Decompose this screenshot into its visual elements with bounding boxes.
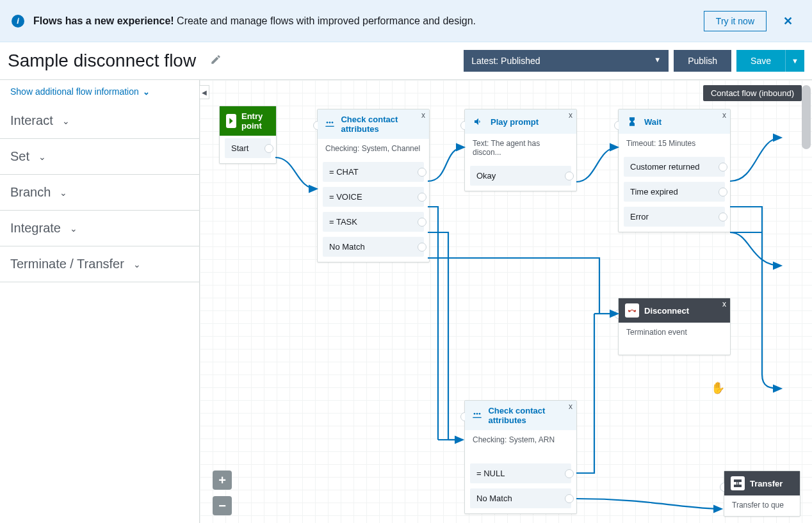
canvas-scrollbar[interactable]: [802, 85, 811, 149]
node-title: Check contact attributes: [341, 115, 423, 134]
try-it-now-button[interactable]: Try it now: [704, 11, 767, 31]
save-button[interactable]: Save: [736, 50, 785, 72]
output-port[interactable]: [565, 469, 574, 478]
output-port[interactable]: [264, 144, 273, 153]
output-port[interactable]: [418, 243, 426, 252]
speaker-icon: [471, 115, 485, 129]
chevron-down-icon: ⌄: [62, 116, 70, 126]
hourglass-icon: [625, 115, 639, 129]
close-icon[interactable]: x: [421, 111, 425, 120]
svg-point-5: [479, 413, 481, 415]
version-dropdown[interactable]: Latest: Published: [464, 50, 669, 72]
output-port[interactable]: [418, 168, 426, 177]
sidebar-item-terminate-transfer[interactable]: Terminate / Transfer⌄: [0, 246, 199, 282]
page-title: Sample disconnect flow: [8, 51, 196, 71]
node-title: Wait: [644, 117, 662, 127]
save-dropdown-button[interactable]: ▼: [785, 50, 804, 72]
close-icon[interactable]: x: [722, 300, 726, 309]
node-title: Disconnect: [644, 306, 689, 316]
node-title: Play prompt: [491, 117, 539, 127]
svg-point-1: [329, 122, 331, 124]
svg-point-4: [476, 413, 478, 415]
output-time-expired[interactable]: Time expired: [624, 182, 725, 202]
zoom-in-button[interactable]: +: [213, 471, 232, 490]
sidebar-item-set[interactable]: Set⌄: [0, 139, 199, 175]
banner-text: Flows has a new experience! Create and m…: [33, 15, 476, 27]
sidebar-item-integrate[interactable]: Integrate⌄: [0, 211, 199, 246]
node-title: Check contact attributes: [488, 406, 570, 425]
node-desc: Text: The agent has discon...: [465, 134, 576, 163]
phone-hangup-icon: [625, 303, 639, 318]
output-port[interactable]: [719, 213, 727, 221]
block-palette-sidebar: Show additional flow information⌄ Intera…: [0, 80, 200, 523]
node-entry-point[interactable]: Entry point Start: [219, 106, 277, 164]
chevron-down-icon: ⌄: [133, 259, 141, 270]
zoom-controls: + −: [213, 471, 232, 515]
flow-type-badge: Contact flow (inbound): [703, 85, 802, 101]
close-icon[interactable]: ✕: [775, 14, 800, 28]
output-chat[interactable]: = CHAT: [323, 162, 424, 182]
svg-point-3: [474, 413, 476, 415]
new-experience-banner: i Flows has a new experience! Create and…: [0, 0, 812, 42]
close-icon[interactable]: x: [569, 111, 572, 120]
node-desc: Checking: System, Channel: [318, 139, 429, 159]
node-desc: Checking: System, ARN: [465, 430, 576, 461]
transfer-icon: [731, 476, 745, 490]
output-port[interactable]: [719, 163, 727, 172]
node-transfer[interactable]: Transfer Transfer to que: [724, 471, 800, 517]
arrow-right-icon: [226, 114, 236, 128]
node-desc: Timeout: 15 Minutes: [619, 134, 730, 154]
info-icon: i: [12, 15, 24, 28]
sidebar-item-branch[interactable]: Branch⌄: [0, 175, 199, 211]
sidebar-collapse-handle[interactable]: ◀: [199, 85, 209, 99]
output-port[interactable]: [719, 188, 727, 197]
output-no-match[interactable]: No Match: [323, 237, 424, 257]
node-disconnect[interactable]: Disconnect x Termination event: [618, 298, 731, 355]
output-voice[interactable]: = VOICE: [323, 187, 424, 207]
close-icon[interactable]: x: [569, 402, 572, 411]
output-port[interactable]: [418, 218, 426, 227]
output-null[interactable]: = NULL: [470, 463, 571, 483]
pencil-icon[interactable]: [210, 54, 222, 68]
output-okay[interactable]: Okay: [470, 166, 571, 186]
output-task[interactable]: = TASK: [323, 212, 424, 232]
output-no-match[interactable]: No Match: [470, 488, 571, 508]
svg-point-2: [332, 122, 334, 124]
node-check-contact-attributes-2[interactable]: Check contact attributes x Checking: Sys…: [464, 400, 577, 514]
node-wait[interactable]: Wait x Timeout: 15 Minutes Customer retu…: [618, 109, 731, 232]
sidebar-item-interact[interactable]: Interact⌄: [0, 103, 199, 139]
node-title: Transfer: [750, 479, 783, 488]
show-flow-info-toggle[interactable]: Show additional flow information⌄: [0, 80, 199, 103]
node-desc: Transfer to que: [724, 495, 800, 516]
zoom-out-button[interactable]: −: [213, 496, 232, 515]
output-error[interactable]: Error: [624, 207, 725, 227]
node-title: Entry point: [241, 111, 270, 131]
node-play-prompt[interactable]: Play prompt x Text: The agent has discon…: [464, 109, 577, 191]
svg-point-0: [327, 122, 329, 124]
output-customer-returned[interactable]: Customer returned: [624, 157, 725, 177]
chevron-down-icon: ⌄: [60, 188, 67, 198]
node-desc: Termination event: [619, 323, 730, 355]
flow-titlebar: Sample disconnect flow Latest: Published…: [0, 42, 812, 79]
node-check-contact-attributes-1[interactable]: Check contact attributes x Checking: Sys…: [317, 109, 430, 262]
flow-canvas[interactable]: Contact flow (inbound): [200, 80, 812, 523]
close-icon[interactable]: x: [722, 111, 726, 120]
chevron-down-icon: ⌄: [143, 87, 150, 97]
attributes-icon: [324, 117, 336, 131]
output-port[interactable]: [565, 172, 574, 181]
chevron-down-icon: ⌄: [70, 223, 77, 234]
publish-button[interactable]: Publish: [674, 50, 731, 72]
output-start[interactable]: Start: [225, 138, 271, 158]
output-port[interactable]: [565, 494, 574, 503]
output-port[interactable]: [418, 193, 426, 202]
attributes-icon: [471, 408, 483, 422]
chevron-down-icon: ⌄: [38, 152, 46, 162]
